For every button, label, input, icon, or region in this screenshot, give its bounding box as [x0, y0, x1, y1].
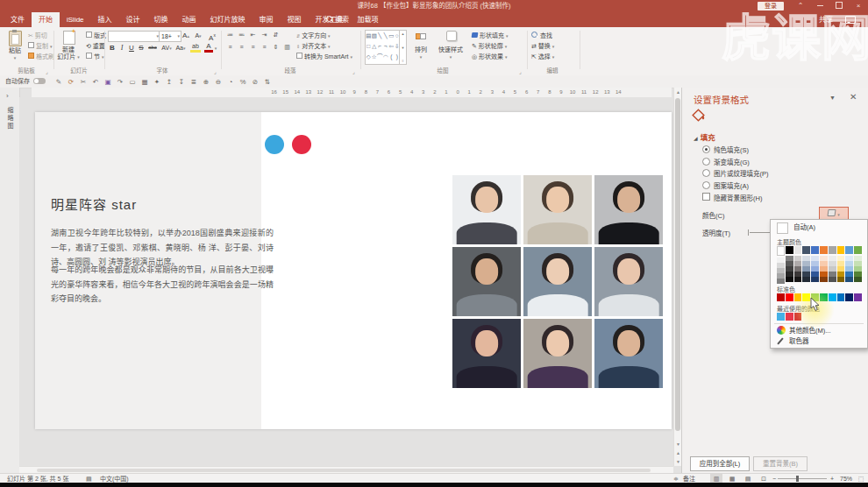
shape-fill-button[interactable]: 形状填充 ▾: [472, 31, 508, 40]
drawing-dialog-launcher[interactable]: ⌟: [519, 68, 522, 74]
select-button[interactable]: ⇱ 选择 ▾: [531, 52, 554, 61]
section-button[interactable]: 节 ▾: [86, 52, 103, 61]
hide-background-checkbox[interactable]: [702, 193, 710, 201]
qat-icon-6[interactable]: ↷: [114, 78, 126, 86]
reset-button[interactable]: ⟲ 重置: [86, 41, 105, 51]
slide-paragraph-2[interactable]: 每一年的跨年晚会都是观众非常期待的节目，从目前各大卫视曝光的豪华阵容来看，相信今…: [51, 263, 274, 307]
paste-button[interactable]: 粘贴▾: [2, 47, 28, 61]
celebrity-photo-7[interactable]: [452, 319, 521, 388]
theme-color-swatch[interactable]: [811, 277, 819, 282]
zoom-slider-track[interactable]: [778, 478, 827, 479]
qat-icon-12[interactable]: ≣: [188, 78, 200, 86]
recent-color-swatch[interactable]: [786, 313, 793, 321]
fill-section-header[interactable]: ◢填充: [694, 131, 715, 142]
paste-icon[interactable]: [9, 31, 22, 46]
qat-icon-4[interactable]: ↶: [89, 78, 102, 86]
theme-color-swatch[interactable]: [820, 246, 828, 254]
shapes-gallery[interactable]: ▤▧╲╲▭○□△⌐¬⇦⇩◇☆⌒◠() ▲▼≡: [365, 30, 407, 65]
celebrity-photo-6[interactable]: [594, 247, 663, 316]
theme-color-swatch[interactable]: [777, 279, 785, 284]
quick-styles-button[interactable]: 快速样式▾: [435, 46, 466, 60]
paragraph-icon[interactable]: ≕: [236, 32, 247, 39]
standard-color-swatch[interactable]: [786, 293, 793, 301]
tab-文件[interactable]: 文件: [4, 12, 32, 27]
arrange-button[interactable]: 排列▾: [409, 46, 433, 60]
format-painter-button[interactable]: 格式刷: [28, 52, 54, 61]
radio-纯色填充(S)[interactable]: [702, 145, 710, 153]
copy-button[interactable]: 复制 ▾: [28, 41, 52, 51]
qat-icon-15[interactable]: ◔: [224, 78, 237, 86]
shapes-gallery-scroll[interactable]: ▲▼≡: [399, 31, 406, 64]
radio-图案填充(A)[interactable]: [702, 181, 710, 189]
new-slide-button[interactable]: 新建幻灯片 ▾: [54, 46, 82, 60]
paragraph-icon[interactable]: ⇤: [247, 32, 259, 39]
qat-icon-1[interactable]: ✎: [53, 78, 65, 86]
strikethrough-button[interactable]: S: [137, 43, 146, 53]
thumbnail-pane-collapsed[interactable]: › 缩略图: [0, 88, 20, 473]
expand-thumbnails-icon[interactable]: ›: [6, 92, 9, 100]
tab-开始[interactable]: 开始: [32, 12, 60, 27]
eyedropper-item[interactable]: 取色器: [771, 335, 867, 348]
transparency-track[interactable]: [750, 232, 771, 233]
theme-color-swatch[interactable]: [786, 246, 793, 254]
paragraph-icon[interactable]: ⇵: [270, 32, 281, 39]
theme-color-swatch[interactable]: [845, 277, 853, 282]
text-direction-button[interactable]: ⇵ 文字方向 ▾: [296, 31, 331, 40]
tab-iSlide[interactable]: iSlide: [60, 12, 91, 27]
tab-切换[interactable]: 切换: [147, 12, 175, 27]
panel-menu-icon[interactable]: ▼: [829, 95, 836, 101]
cut-button[interactable]: ✂ 剪切: [28, 31, 47, 40]
shape-effects-button[interactable]: ◎ 形状效果 ▾: [472, 52, 508, 61]
reset-background-button[interactable]: 重置背景(B): [753, 456, 808, 471]
celebrity-photo-5[interactable]: [523, 247, 592, 316]
paragraph-icon[interactable]: ≡: [247, 44, 259, 51]
tab-插入[interactable]: 插入: [91, 12, 119, 27]
clear-formatting-button[interactable]: Ax: [207, 31, 217, 40]
replace-button[interactable]: ⇄ 替换 ▾: [531, 41, 554, 51]
theme-color-swatch[interactable]: [820, 277, 828, 282]
zoom-slider-thumb[interactable]: [796, 476, 799, 482]
paragraph-icon[interactable]: ≡: [224, 44, 236, 51]
grow-font-button[interactable]: A▴: [181, 31, 191, 40]
autosave-toggle[interactable]: [33, 78, 46, 84]
celebrity-photo-2[interactable]: [523, 175, 592, 244]
paragraph-icon[interactable]: ≔: [224, 32, 236, 39]
celebrity-photo-9[interactable]: [594, 319, 663, 388]
qat-icon-9[interactable]: ✦: [151, 78, 163, 86]
bold-button[interactable]: B: [108, 43, 117, 53]
paragraph-icon[interactable]: ≡: [236, 44, 247, 51]
qat-icon-17[interactable]: ⊘: [249, 78, 261, 86]
qat-icon-16[interactable]: %: [237, 78, 249, 86]
tab-加载项[interactable]: 加载项: [351, 12, 386, 27]
clipboard-dialog-launcher[interactable]: ⌟: [46, 68, 48, 74]
shape-outline-button[interactable]: ✎ 形状轮廓 ▾: [472, 41, 507, 51]
paragraph-icon[interactable]: ⇕: [270, 44, 281, 51]
font-dialog-launcher[interactable]: ⌟: [214, 68, 217, 74]
celebrity-photo-1[interactable]: [452, 175, 521, 244]
layout-button[interactable]: 版式 ▾: [86, 31, 110, 40]
font-name-combo[interactable]: ▾: [108, 31, 160, 42]
qat-icon-2[interactable]: ⟳: [65, 78, 77, 86]
standard-color-swatch[interactable]: [777, 293, 785, 301]
paragraph-icon[interactable]: ▥: [281, 44, 293, 51]
qat-icon-8[interactable]: ▦: [139, 78, 151, 86]
standard-color-swatch[interactable]: [837, 293, 845, 301]
font-color-button[interactable]: A: [204, 43, 213, 53]
standard-color-swatch[interactable]: [854, 293, 862, 301]
theme-color-swatch[interactable]: [794, 246, 802, 254]
celebrity-photo-3[interactable]: [594, 175, 663, 244]
tab-审阅[interactable]: 审阅: [253, 12, 281, 27]
theme-color-swatch[interactable]: [854, 277, 862, 282]
transparency-slider[interactable]: [748, 229, 749, 236]
celebrity-photo-8[interactable]: [523, 319, 592, 388]
slide-title[interactable]: 明星阵容 star: [51, 194, 137, 213]
fill-bucket-tab-icon[interactable]: [692, 107, 708, 123]
convert-smartart-button[interactable]: 转换为 SmartArt ▾: [296, 52, 352, 61]
font-size-combo[interactable]: 18+▾: [159, 31, 181, 42]
theme-color-swatch[interactable]: [854, 246, 862, 254]
radio-图片或纹理填充(P)[interactable]: [702, 169, 710, 177]
theme-color-swatch[interactable]: [811, 246, 819, 254]
tab-设计[interactable]: 设计: [119, 12, 147, 27]
theme-color-swatch[interactable]: [777, 246, 785, 256]
horizontal-scroll-thumb[interactable]: [37, 469, 651, 472]
